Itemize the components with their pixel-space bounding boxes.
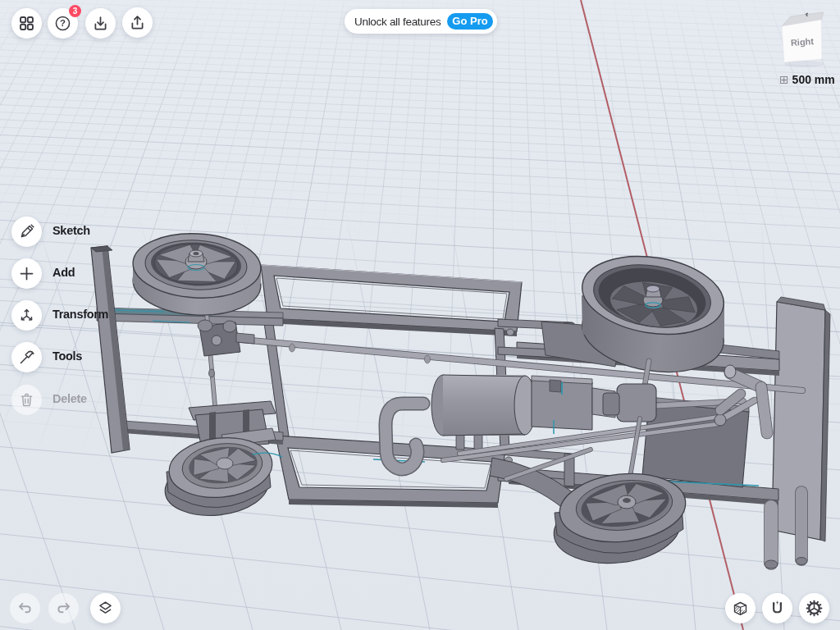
svg-text:?: ?	[60, 18, 66, 28]
svg-text:Right: Right	[790, 36, 814, 48]
